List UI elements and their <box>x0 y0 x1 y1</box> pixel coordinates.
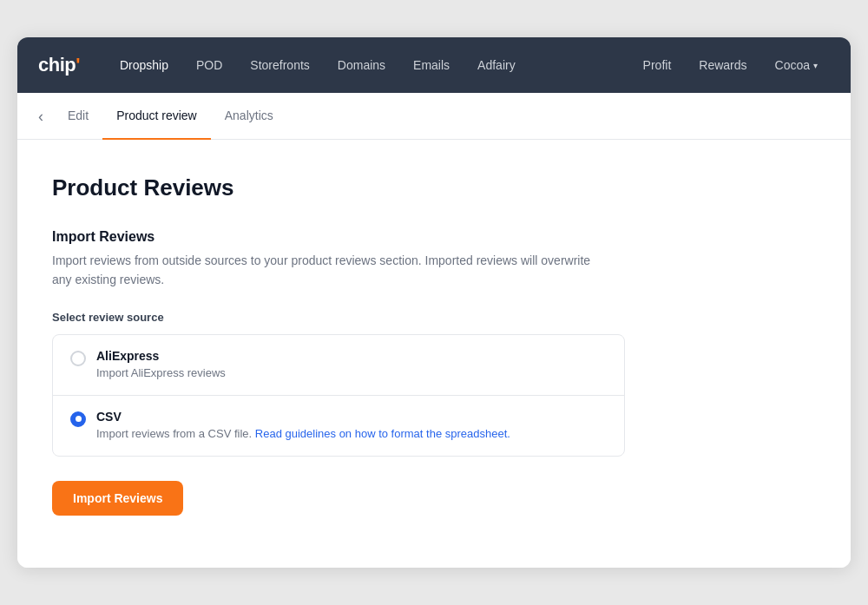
tabs-bar: ‹ Edit Product review Analytics <box>17 93 851 140</box>
cocoa-dropdown[interactable]: Cocoa ▾ <box>763 51 830 79</box>
option-csv[interactable]: CSV Import reviews from a CSV file. Read… <box>53 396 624 456</box>
option-csv-label: CSV <box>96 410 607 424</box>
radio-csv[interactable] <box>70 411 86 427</box>
app-window: chip' Dropship POD Storefronts Domains E… <box>17 37 851 568</box>
nav-link-storefronts[interactable]: Storefronts <box>238 51 321 79</box>
tab-edit[interactable]: Edit <box>54 93 102 140</box>
back-button[interactable]: ‹ <box>38 95 54 138</box>
option-aliexpress-label: AliExpress <box>96 349 607 363</box>
select-review-source-label: Select review source <box>52 311 816 324</box>
option-aliexpress-desc: Import AliExpress reviews <box>96 365 607 381</box>
csv-guidelines-link[interactable]: Read guidelines on how to format the spr… <box>255 427 510 440</box>
option-csv-desc: Import reviews from a CSV file. Read gui… <box>96 426 607 442</box>
nav-link-adfairy[interactable]: Adfairy <box>465 51 528 79</box>
chevron-down-icon: ▾ <box>813 61 818 70</box>
nav-link-dropship[interactable]: Dropship <box>108 51 181 79</box>
cocoa-label: Cocoa <box>775 58 810 72</box>
nav-link-pod[interactable]: POD <box>184 51 234 79</box>
tab-analytics[interactable]: Analytics <box>211 93 287 140</box>
section-desc: Import reviews from outside sources to y… <box>52 252 608 289</box>
section-title: Import Reviews <box>52 229 816 245</box>
nav-link-rewards[interactable]: Rewards <box>687 51 759 79</box>
import-reviews-button[interactable]: Import Reviews <box>52 481 183 516</box>
option-aliexpress[interactable]: AliExpress Import AliExpress reviews <box>53 335 624 396</box>
nav-link-emails[interactable]: Emails <box>401 51 462 79</box>
page-title: Product Reviews <box>52 174 816 201</box>
tab-product-review[interactable]: Product review <box>102 93 211 140</box>
radio-aliexpress[interactable] <box>70 351 86 366</box>
navbar: chip' Dropship POD Storefronts Domains E… <box>17 37 851 93</box>
nav-link-domains[interactable]: Domains <box>326 51 398 79</box>
nav-links-left: Dropship POD Storefronts Domains Emails … <box>108 51 631 79</box>
nav-link-profit[interactable]: Profit <box>631 51 684 79</box>
review-source-options: AliExpress Import AliExpress reviews CSV… <box>52 334 625 457</box>
main-content: Product Reviews Import Reviews Import re… <box>17 140 851 568</box>
nav-links-right: Profit Rewards Cocoa ▾ <box>631 51 830 79</box>
logo: chip' <box>38 54 80 76</box>
